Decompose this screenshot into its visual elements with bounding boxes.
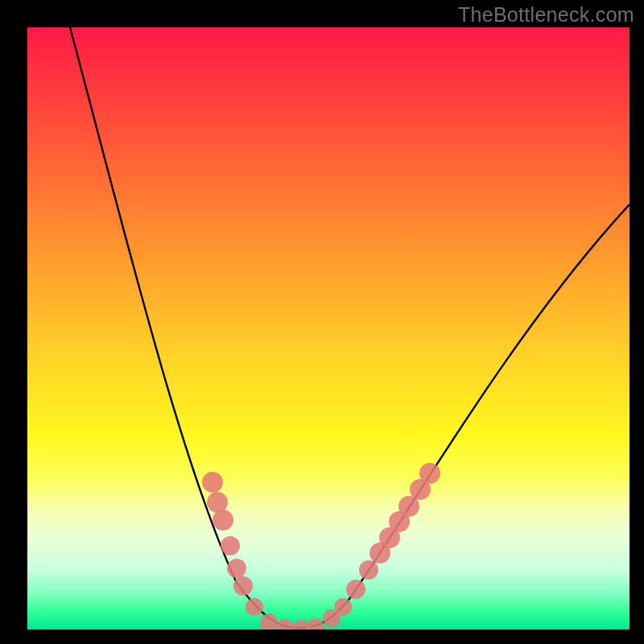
data-marker <box>233 576 253 596</box>
data-marker <box>307 618 324 630</box>
marker-group <box>202 463 440 630</box>
watermark-text: TheBottleneck.com <box>458 3 634 27</box>
data-marker <box>276 619 294 630</box>
chart-plot-area <box>27 27 630 630</box>
data-marker <box>246 598 263 616</box>
data-marker <box>346 580 365 599</box>
data-marker <box>213 510 233 530</box>
chart-frame: TheBottleneck.com <box>0 0 644 644</box>
data-marker <box>207 492 228 513</box>
bottleneck-curve <box>70 27 630 628</box>
data-marker <box>359 560 378 580</box>
data-marker <box>334 598 352 616</box>
data-marker <box>202 472 223 493</box>
chart-svg <box>27 27 630 630</box>
data-marker <box>221 536 240 555</box>
data-marker <box>260 613 278 630</box>
data-marker <box>227 559 246 578</box>
data-marker <box>419 463 440 484</box>
